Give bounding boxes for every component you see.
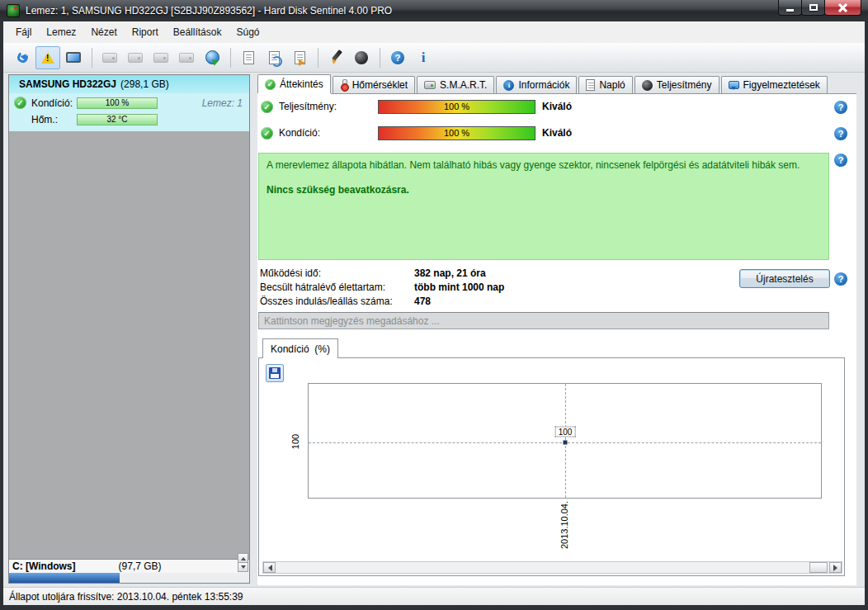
partition-size: (97,7 GB)	[119, 560, 162, 572]
retest-button[interactable]: Újratesztelés	[739, 269, 830, 288]
performance-rating: Kiváló	[542, 101, 572, 112]
performance-label: Teljesítmény:	[279, 101, 378, 112]
stat-label: Működési idő:	[260, 267, 414, 279]
ok-status-icon	[14, 97, 26, 109]
online-button[interactable]	[200, 46, 224, 69]
save-chart-button[interactable]	[266, 364, 284, 382]
chart-tab-condition[interactable]: Kondíció (%)	[262, 338, 338, 358]
menu-report[interactable]: Riport	[125, 23, 166, 41]
tab-label: Áttekintés	[280, 78, 323, 90]
report-button[interactable]	[236, 46, 261, 69]
app-window: Lemez: 1, SAMSUNG HD322GJ [S2BJJ90Z89356…	[0, 0, 868, 610]
about-button[interactable]	[411, 46, 436, 69]
partition-scrollbar	[238, 554, 248, 572]
chart-tab-label: Kondíció (%)	[271, 343, 330, 355]
workspace: SAMSUNG HD322GJ (298,1 GB) Kondíció: 100…	[3, 73, 865, 587]
y-axis-tick-label: 100	[290, 434, 300, 449]
log-document-icon	[586, 79, 595, 91]
disk-list-item[interactable]: SAMSUNG HD322GJ (298,1 GB)	[9, 75, 249, 93]
tab-overview[interactable]: Áttekintés	[257, 74, 331, 93]
stat-label: Összes indulás/leállás száma:	[260, 296, 414, 307]
title-bar: Lemez: 1, SAMSUNG HD322GJ [S2BJJ90Z89356…	[0, 0, 868, 21]
disk-nav-button-2[interactable]	[123, 46, 148, 69]
scroll-right-button[interactable]	[829, 562, 842, 573]
disk-name: SAMSUNG HD322GJ	[19, 78, 116, 90]
tab-label: Hőmérséklet	[352, 79, 408, 91]
refresh-button[interactable]	[10, 46, 35, 69]
scroll-down-button[interactable]	[238, 562, 248, 572]
maximize-icon	[809, 4, 818, 11]
tab-bar: Áttekintés Hőmérséklet S.M.A.R.T. Inform…	[257, 74, 856, 93]
partition-row[interactable]: C: [Windows] (97,7 GB)	[9, 559, 249, 573]
status-message-box: A merevlemez állapota hibátlan. Nem talá…	[258, 153, 829, 260]
scroll-left-button[interactable]	[263, 562, 276, 573]
info-icon	[422, 50, 426, 64]
close-icon	[837, 3, 848, 12]
menu-settings[interactable]: Beállítások	[166, 23, 229, 41]
partition-usage-bar	[9, 573, 249, 583]
condition-value: 100 %	[106, 98, 129, 107]
tab-label: Teljesítmény	[657, 79, 712, 91]
disk-icon	[153, 53, 168, 63]
condition-value: 100 %	[379, 127, 535, 139]
status-bar: Állapot utoljára frissítve: 2013.10.04. …	[3, 587, 865, 605]
comment-field[interactable]: Kattintson megjegyzés megadásához ...	[258, 312, 829, 329]
toolbar-separator	[380, 48, 380, 68]
disk-icon	[128, 53, 143, 63]
stat-row: Becsült hátralévő élettartam: több mint …	[260, 280, 504, 294]
close-button[interactable]	[824, 0, 861, 16]
toolbar-separator	[318, 48, 318, 68]
content-panel: Áttekintés Hőmérséklet S.M.A.R.T. Inform…	[257, 74, 856, 585]
temperature-label: Hőm.:	[31, 114, 77, 125]
tab-smart[interactable]: S.M.A.R.T.	[417, 76, 494, 93]
data-point-label: 100	[555, 427, 576, 437]
disk-monitor-button[interactable]	[61, 46, 86, 69]
stat-value: 478	[414, 296, 431, 307]
tab-temperature[interactable]: Hőmérséklet	[333, 76, 415, 93]
temperature-value: 32 °C	[106, 115, 127, 124]
help-button[interactable]	[385, 46, 410, 69]
chart-scrollbar	[262, 561, 842, 574]
menu-disk[interactable]: Lemez	[39, 23, 83, 41]
condition-row: Kondíció: 100 % Kiváló	[261, 125, 572, 140]
maximize-button[interactable]	[801, 0, 825, 16]
warning-icon	[41, 52, 54, 64]
refresh-report-button[interactable]	[262, 46, 286, 69]
register-button[interactable]	[323, 46, 348, 69]
disk-list-empty-area	[9, 131, 249, 559]
disk-icon	[102, 53, 117, 63]
surface-test-button[interactable]	[349, 46, 374, 69]
disk-nav-button-1[interactable]	[97, 46, 122, 69]
scrollbar-thumb[interactable]	[809, 562, 828, 573]
tab-alerts[interactable]: Figyelmeztetések	[721, 76, 828, 93]
menu-help[interactable]: Súgó	[229, 23, 267, 41]
temperature-bar: 32 °C	[77, 114, 158, 125]
tab-performance[interactable]: Teljesítmény	[634, 76, 719, 93]
tab-information[interactable]: Információk	[496, 76, 577, 93]
menu-view[interactable]: Nézet	[83, 23, 124, 41]
disk-nav-button-4[interactable]	[174, 46, 199, 69]
menu-file[interactable]: Fájl	[8, 23, 39, 41]
stat-value: több mint 1000 nap	[414, 281, 504, 293]
performance-help-icon[interactable]	[834, 101, 847, 114]
condition-help-icon[interactable]	[834, 127, 847, 140]
tab-log[interactable]: Napló	[578, 76, 632, 93]
tab-label: S.M.A.R.T.	[440, 79, 487, 91]
minimize-button[interactable]	[778, 0, 802, 16]
help-icon	[391, 51, 404, 64]
menu-bar: Fájl Lemez Nézet Riport Beállítások Súgó	[3, 21, 865, 43]
floppy-save-icon	[269, 367, 281, 379]
disk-list-panel: SAMSUNG HD322GJ (298,1 GB) Kondíció: 100…	[8, 74, 250, 584]
condition-label: Kondíció:	[279, 127, 378, 139]
retest-help-icon[interactable]	[834, 272, 847, 286]
disk-number: Lemez: 1	[202, 97, 243, 109]
data-point	[564, 441, 568, 445]
refresh-icon	[16, 50, 30, 64]
status-help-icon[interactable]	[834, 154, 847, 167]
disk-nav-button-3[interactable]	[149, 46, 173, 69]
minimize-icon	[786, 9, 794, 12]
stats-block: Működési idő: 382 nap, 21 óra Becsült há…	[260, 266, 504, 308]
send-report-button[interactable]	[287, 46, 312, 69]
acknowledge-warning-button[interactable]	[35, 46, 60, 69]
status-message: A merevlemez állapota hibátlan. Nem talá…	[267, 159, 821, 171]
